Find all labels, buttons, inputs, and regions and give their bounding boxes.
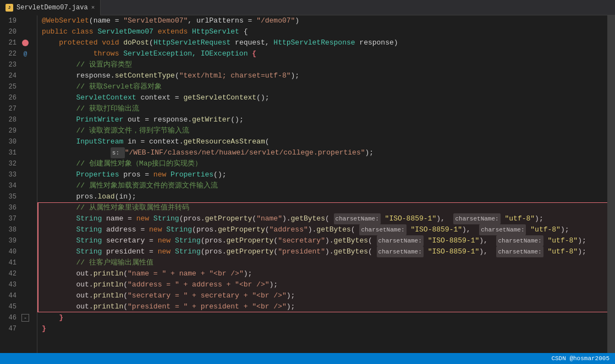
line-number-row: 29 — [0, 125, 37, 136]
code-token: "ISO-8859-1" — [385, 213, 437, 224]
gutter-icon — [21, 92, 30, 103]
code-token — [42, 70, 76, 81]
code-token: "/demo07" — [256, 15, 295, 26]
code-token: ( — [325, 213, 334, 224]
line-number-row: 32 — [0, 158, 37, 169]
code-token: ), — [479, 235, 496, 246]
line-number: 33 — [0, 171, 21, 179]
code-token — [381, 213, 385, 224]
line-number-row: 39 — [0, 235, 37, 246]
gutter-icon — [21, 136, 30, 147]
code-token: ); — [244, 268, 252, 279]
code-line: @WebServlet(name = "ServletDemo07", urlP… — [42, 15, 607, 26]
code-token: } — [42, 323, 46, 334]
code-token: "address" — [270, 224, 308, 235]
code-token — [42, 147, 111, 158]
code-token: ( — [175, 70, 179, 81]
line-number-row: 45 — [0, 301, 37, 312]
code-line: Properties pros = new Properties(); — [42, 169, 607, 180]
code-token: name = — [106, 213, 136, 224]
code-token: // 属性对象加载资源文件的资源文件输入流 — [76, 180, 217, 191]
gutter-icon — [21, 37, 30, 48]
fold-icon[interactable]: - — [21, 314, 29, 322]
code-token — [42, 268, 76, 279]
code-token — [424, 246, 428, 257]
code-token: getBytes — [291, 213, 325, 224]
code-token — [42, 246, 76, 257]
code-token: out = response. — [128, 114, 192, 125]
code-token: getProperty — [218, 224, 265, 235]
code-token: ) — [295, 15, 299, 26]
code-token — [42, 312, 59, 323]
code-token: ), — [479, 246, 496, 257]
line-number: 41 — [0, 259, 21, 267]
code-token: println — [94, 290, 124, 301]
code-token: setContentType — [115, 70, 175, 81]
code-token: out. — [76, 301, 93, 312]
close-tab-button[interactable]: × — [91, 4, 95, 11]
code-token: . — [111, 70, 115, 81]
line-number-row: 26 — [0, 92, 37, 103]
code-token — [42, 136, 76, 147]
code-token — [42, 169, 76, 180]
code-line: // 获取打印输出流 — [42, 103, 607, 114]
code-token: throws — [94, 48, 124, 59]
line-number-row: 33 — [0, 169, 37, 180]
file-tab[interactable]: J ServletDemo07.java × — [0, 0, 101, 15]
code-token: getBytes — [334, 246, 368, 257]
code-line: // 设置内容类型 — [42, 59, 607, 70]
code-token: ). — [325, 246, 334, 257]
code-line: s: "/WEB-INF/classes/net/huawei/servlet/… — [42, 147, 607, 158]
code-token: // 创建属性对象（Map接口的实现类） — [76, 158, 202, 169]
code-token: ( — [273, 246, 278, 257]
code-token — [526, 224, 530, 235]
line-number: 31 — [0, 149, 21, 157]
code-token: // 获取打印输出流 — [76, 103, 139, 114]
line-number-row: 35 — [0, 191, 37, 202]
code-token: Properties — [171, 169, 213, 180]
code-token: (pros. — [192, 224, 218, 235]
code-token — [42, 125, 76, 136]
line-number: 30 — [0, 138, 21, 146]
line-number: 25 — [0, 83, 21, 91]
code-token: out. — [76, 268, 93, 279]
code-token: getServletContext — [183, 92, 256, 103]
code-token: String — [76, 213, 106, 224]
code-token: charsetName: — [453, 213, 500, 224]
line-number-row: 20 — [0, 26, 37, 37]
line-number-row: 42 — [0, 268, 37, 279]
code-token: ); — [270, 279, 278, 290]
code-token: ( — [252, 213, 256, 224]
code-token: "secretary = " + secretary + "<br />" — [128, 290, 287, 301]
line-number: 23 — [0, 61, 21, 69]
scrollbar-vertical[interactable] — [607, 15, 615, 353]
code-token: ( — [368, 235, 377, 246]
code-token: doPost — [123, 37, 149, 48]
code-token: ( — [273, 235, 278, 246]
line-number-row: 19 — [0, 15, 37, 26]
line-number: 28 — [0, 116, 21, 124]
code-token: } — [59, 312, 63, 323]
code-token: getWriter — [192, 114, 230, 125]
line-number: 19 — [0, 17, 21, 25]
line-number: 37 — [0, 215, 21, 223]
code-token: HttpServletResponse — [273, 37, 359, 48]
code-token: ( — [351, 224, 360, 235]
code-token: InputStream — [76, 136, 128, 147]
gutter-icon — [21, 169, 30, 180]
code-token — [42, 213, 76, 224]
code-line: } — [42, 312, 607, 323]
gutter-icon — [21, 202, 30, 213]
code-token: WebServlet — [46, 15, 89, 26]
code-token: ). — [325, 235, 334, 246]
code-token — [42, 202, 76, 213]
code-token: // 往客户端输出属性值 — [76, 257, 153, 268]
code-token: "ISO-8859-1" — [428, 246, 480, 257]
code-token: ( — [149, 37, 153, 48]
code-token: ); — [365, 147, 374, 158]
code-token — [42, 48, 94, 59]
code-token: charsetName: — [496, 246, 543, 257]
code-line: public class ServletDemo07 extends HttpS… — [42, 26, 607, 37]
gutter-icon — [21, 268, 30, 279]
breakpoint-marker[interactable] — [22, 40, 29, 46]
